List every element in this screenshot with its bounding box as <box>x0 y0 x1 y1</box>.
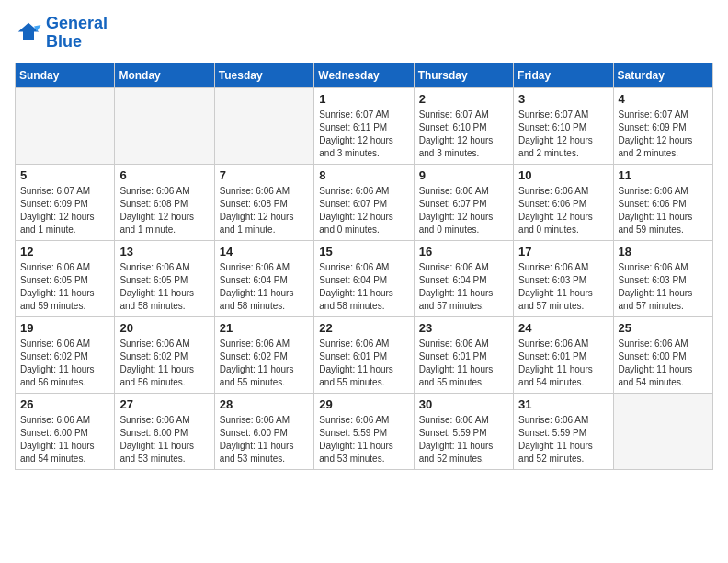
day-info: Sunrise: 6:06 AM Sunset: 6:06 PM Dayligh… <box>619 185 708 236</box>
logo-icon <box>15 19 42 47</box>
day-number: 11 <box>619 168 708 182</box>
calendar-cell <box>115 87 214 164</box>
day-number: 16 <box>419 245 508 259</box>
day-info: Sunrise: 6:07 AM Sunset: 6:09 PM Dayligh… <box>20 185 109 236</box>
calendar-week-row: 26Sunrise: 6:06 AM Sunset: 6:00 PM Dayli… <box>16 393 713 469</box>
day-of-week-header: Saturday <box>613 63 712 87</box>
day-info: Sunrise: 6:07 AM Sunset: 6:11 PM Dayligh… <box>319 109 408 160</box>
calendar-cell: 28Sunrise: 6:06 AM Sunset: 6:00 PM Dayli… <box>214 393 313 469</box>
day-info: Sunrise: 6:06 AM Sunset: 6:08 PM Dayligh… <box>119 185 209 236</box>
calendar-cell: 31Sunrise: 6:06 AM Sunset: 5:59 PM Dayli… <box>514 393 613 469</box>
calendar-cell: 15Sunrise: 6:06 AM Sunset: 6:04 PM Dayli… <box>314 240 414 316</box>
calendar-cell: 25Sunrise: 6:06 AM Sunset: 6:00 PM Dayli… <box>613 316 712 393</box>
calendar-cell: 16Sunrise: 6:06 AM Sunset: 6:04 PM Dayli… <box>414 240 513 316</box>
day-number: 4 <box>619 92 708 106</box>
day-of-week-header: Sunday <box>16 63 115 87</box>
day-number: 18 <box>619 245 708 259</box>
day-number: 13 <box>119 245 209 259</box>
page-header: General Blue <box>15 15 713 52</box>
day-of-week-header: Wednesday <box>314 63 414 87</box>
calendar-cell: 1Sunrise: 6:07 AM Sunset: 6:11 PM Daylig… <box>314 87 414 164</box>
day-number: 23 <box>419 321 508 335</box>
calendar-cell <box>613 393 712 469</box>
calendar-cell <box>214 87 313 164</box>
calendar-cell: 13Sunrise: 6:06 AM Sunset: 6:05 PM Dayli… <box>115 240 214 316</box>
calendar-cell: 26Sunrise: 6:06 AM Sunset: 6:00 PM Dayli… <box>16 393 115 469</box>
day-of-week-header: Friday <box>514 63 613 87</box>
day-number: 20 <box>119 321 209 335</box>
calendar-cell: 6Sunrise: 6:06 AM Sunset: 6:08 PM Daylig… <box>115 164 214 240</box>
day-number: 30 <box>419 397 508 411</box>
logo: General Blue <box>15 15 108 52</box>
calendar-cell: 5Sunrise: 6:07 AM Sunset: 6:09 PM Daylig… <box>16 164 115 240</box>
day-info: Sunrise: 6:06 AM Sunset: 6:02 PM Dayligh… <box>220 338 309 389</box>
calendar-week-row: 1Sunrise: 6:07 AM Sunset: 6:11 PM Daylig… <box>16 87 713 164</box>
day-info: Sunrise: 6:06 AM Sunset: 6:05 PM Dayligh… <box>119 261 209 313</box>
calendar-cell: 18Sunrise: 6:06 AM Sunset: 6:03 PM Dayli… <box>613 240 712 316</box>
day-info: Sunrise: 6:06 AM Sunset: 6:03 PM Dayligh… <box>518 261 608 313</box>
day-number: 5 <box>20 168 109 182</box>
calendar-cell: 19Sunrise: 6:06 AM Sunset: 6:02 PM Dayli… <box>16 316 115 393</box>
calendar-week-row: 5Sunrise: 6:07 AM Sunset: 6:09 PM Daylig… <box>16 164 713 240</box>
calendar-cell: 23Sunrise: 6:06 AM Sunset: 6:01 PM Dayli… <box>414 316 513 393</box>
calendar-cell: 14Sunrise: 6:06 AM Sunset: 6:04 PM Dayli… <box>214 240 313 316</box>
day-number: 25 <box>619 321 708 335</box>
day-info: Sunrise: 6:06 AM Sunset: 6:03 PM Dayligh… <box>619 261 708 313</box>
calendar-cell: 7Sunrise: 6:06 AM Sunset: 6:08 PM Daylig… <box>214 164 313 240</box>
day-number: 6 <box>119 168 209 182</box>
day-info: Sunrise: 6:06 AM Sunset: 6:00 PM Dayligh… <box>119 414 209 465</box>
day-info: Sunrise: 6:06 AM Sunset: 5:59 PM Dayligh… <box>319 414 408 465</box>
calendar-week-row: 12Sunrise: 6:06 AM Sunset: 6:05 PM Dayli… <box>16 240 713 316</box>
calendar-cell: 24Sunrise: 6:06 AM Sunset: 6:01 PM Dayli… <box>514 316 613 393</box>
day-info: Sunrise: 6:06 AM Sunset: 6:07 PM Dayligh… <box>419 185 508 236</box>
day-info: Sunrise: 6:07 AM Sunset: 6:09 PM Dayligh… <box>619 109 708 160</box>
day-info: Sunrise: 6:06 AM Sunset: 5:59 PM Dayligh… <box>518 414 608 465</box>
calendar-week-row: 19Sunrise: 6:06 AM Sunset: 6:02 PM Dayli… <box>16 316 713 393</box>
day-info: Sunrise: 6:07 AM Sunset: 6:10 PM Dayligh… <box>419 109 508 160</box>
day-info: Sunrise: 6:06 AM Sunset: 6:00 PM Dayligh… <box>220 414 309 465</box>
calendar-cell: 17Sunrise: 6:06 AM Sunset: 6:03 PM Dayli… <box>514 240 613 316</box>
day-info: Sunrise: 6:06 AM Sunset: 6:00 PM Dayligh… <box>619 338 708 389</box>
day-number: 24 <box>518 321 608 335</box>
day-info: Sunrise: 6:07 AM Sunset: 6:10 PM Dayligh… <box>518 109 608 160</box>
day-info: Sunrise: 6:06 AM Sunset: 5:59 PM Dayligh… <box>419 414 508 465</box>
day-number: 1 <box>319 92 408 106</box>
day-info: Sunrise: 6:06 AM Sunset: 6:01 PM Dayligh… <box>319 338 408 389</box>
day-info: Sunrise: 6:06 AM Sunset: 6:07 PM Dayligh… <box>319 185 408 236</box>
day-info: Sunrise: 6:06 AM Sunset: 6:01 PM Dayligh… <box>419 338 508 389</box>
day-number: 15 <box>319 245 408 259</box>
day-number: 3 <box>518 92 608 106</box>
calendar-cell: 3Sunrise: 6:07 AM Sunset: 6:10 PM Daylig… <box>514 87 613 164</box>
calendar-header-row: SundayMondayTuesdayWednesdayThursdayFrid… <box>16 63 713 87</box>
day-info: Sunrise: 6:06 AM Sunset: 6:02 PM Dayligh… <box>119 338 209 389</box>
day-info: Sunrise: 6:06 AM Sunset: 6:08 PM Dayligh… <box>220 185 309 236</box>
calendar-cell: 21Sunrise: 6:06 AM Sunset: 6:02 PM Dayli… <box>214 316 313 393</box>
day-info: Sunrise: 6:06 AM Sunset: 6:00 PM Dayligh… <box>20 414 109 465</box>
day-number: 10 <box>518 168 608 182</box>
day-info: Sunrise: 6:06 AM Sunset: 6:02 PM Dayligh… <box>20 338 109 389</box>
day-number: 9 <box>419 168 508 182</box>
calendar-cell: 29Sunrise: 6:06 AM Sunset: 5:59 PM Dayli… <box>314 393 414 469</box>
logo-text: General Blue <box>46 15 108 52</box>
day-info: Sunrise: 6:06 AM Sunset: 6:01 PM Dayligh… <box>518 338 608 389</box>
day-number: 29 <box>319 397 408 411</box>
day-number: 14 <box>220 245 309 259</box>
day-info: Sunrise: 6:06 AM Sunset: 6:04 PM Dayligh… <box>419 261 508 313</box>
day-number: 31 <box>518 397 608 411</box>
day-number: 28 <box>220 397 309 411</box>
day-number: 7 <box>220 168 309 182</box>
day-number: 21 <box>220 321 309 335</box>
calendar-cell: 10Sunrise: 6:06 AM Sunset: 6:06 PM Dayli… <box>514 164 613 240</box>
day-of-week-header: Thursday <box>414 63 513 87</box>
day-info: Sunrise: 6:06 AM Sunset: 6:04 PM Dayligh… <box>319 261 408 313</box>
day-number: 17 <box>518 245 608 259</box>
day-number: 22 <box>319 321 408 335</box>
calendar-cell: 11Sunrise: 6:06 AM Sunset: 6:06 PM Dayli… <box>613 164 712 240</box>
calendar-cell: 22Sunrise: 6:06 AM Sunset: 6:01 PM Dayli… <box>314 316 414 393</box>
calendar-cell: 20Sunrise: 6:06 AM Sunset: 6:02 PM Dayli… <box>115 316 214 393</box>
day-number: 12 <box>20 245 109 259</box>
calendar-cell: 30Sunrise: 6:06 AM Sunset: 5:59 PM Dayli… <box>414 393 513 469</box>
calendar-table: SundayMondayTuesdayWednesdayThursdayFrid… <box>15 63 713 470</box>
day-number: 19 <box>20 321 109 335</box>
day-number: 26 <box>20 397 109 411</box>
